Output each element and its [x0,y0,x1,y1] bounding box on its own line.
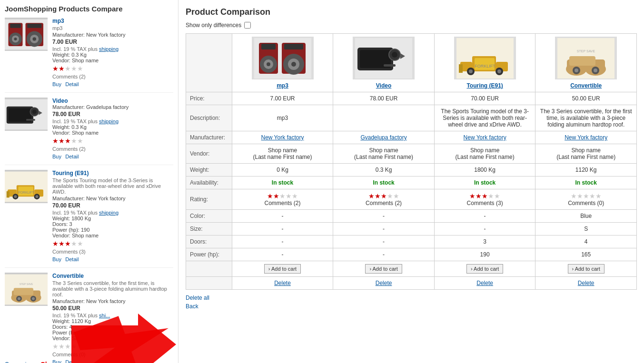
product-desc: mp3 [52,25,173,31]
cell-mp3: ★★★★★Comments (2) [232,189,333,210]
product-tax: Incl. 19 % TAX plus shi... [52,313,173,318]
svg-point-49 [291,62,296,67]
product-image [5,18,48,51]
delete-link[interactable]: Delete [476,280,493,286]
cell-video: 78.00 EUR [333,92,435,105]
add-to-cart-button[interactable]: › Add to cart [568,264,604,274]
cell-convertible: Delete [535,277,637,290]
table-row: Manufacturer:New York factoryGvadelupa f… [186,131,637,144]
shipping-link[interactable]: shipping [99,46,119,52]
detail-link[interactable]: Detail [65,154,79,159]
product-name-link[interactable]: Convertible [52,273,84,279]
product-mfr: Manufacturer: Gvadelupa factory [52,104,173,110]
star-rating: ★★★★★ [52,65,173,72]
cell-mp3: In stock [232,177,333,189]
product-actions: Buy De... [52,359,173,363]
delete-link[interactable]: Delete [578,280,594,286]
cell-video: - [333,248,435,261]
product-desc: The Sports Touring model of the 3-Series… [52,177,173,195]
product-link-convertible[interactable]: Convertible [570,82,602,89]
show-diff-checkbox[interactable] [244,22,251,29]
product-vendor: Vendor: Sh... [52,335,173,341]
table-row: Description:mp3The Sports Touring model … [186,105,637,131]
product-image [5,98,48,131]
product-extra: Doors: 3 [52,221,173,227]
product-header-touring: FORKLIFT Touring (E91) [434,34,535,92]
cell-convertible: 1120 Kg [535,164,637,177]
svg-point-45 [267,62,270,66]
mfr-link[interactable]: Gvadelupa factory [360,134,406,141]
product-mfr: Manufacturer: New York factory [52,196,173,201]
cell-mp3: › Add to cart [232,261,333,277]
cell-video: 0.3 Kg [333,164,435,177]
svg-point-15 [32,109,37,114]
svg-rect-10 [27,23,41,28]
product-link-video[interactable]: Video [376,82,391,89]
product-price: 78.00 EUR [52,111,173,118]
product-thumb-touring: FORKLIFT [454,37,516,79]
detail-link[interactable]: Detail [65,256,79,262]
cell-mp3: New York factory [232,131,333,144]
comparison-link[interactable]: Comparison [5,361,36,363]
cell-video: ★★★★★Comments (2) [333,189,435,210]
add-to-cart-button[interactable]: › Add to cart [264,264,301,274]
cell-touring: The Sports Touring model of the 3-Series… [434,105,535,131]
availability-status: In stock [474,179,495,186]
back-link[interactable]: Back [186,303,637,310]
table-row: Weight:0 Kg0.3 Kg1800 Kg1120 Kg [186,164,637,177]
buy-link[interactable]: Buy [52,256,61,262]
product-thumb-video [353,37,415,79]
product-price: 50.00 EUR [52,305,173,312]
cell-convertible: ★★★★★Comments (0) [535,189,637,210]
svg-point-78 [594,69,597,72]
table-row: Color:---Blue [186,210,637,223]
svg-rect-74 [569,56,595,66]
shipping-link[interactable]: shi... [99,313,110,318]
buy-link[interactable]: Buy [52,154,61,159]
cell-touring: Shop name(Last name First name) [434,144,535,164]
clear-link[interactable]: Clear [40,361,57,363]
delete-link[interactable]: Delete [274,280,291,286]
cell-mp3: Delete [232,277,333,290]
mfr-link[interactable]: New York factory [464,134,506,141]
table-row: DeleteDeleteDeleteDelete [186,277,637,290]
mfr-link[interactable]: New York factory [565,134,607,141]
add-to-cart-button[interactable]: › Add to cart [466,264,503,274]
product-actions: Buy Detail [52,81,173,88]
product-name-link[interactable]: Video [52,98,68,104]
delete-all-link[interactable]: Delete all [186,294,637,301]
table-row: Availability:In stockIn stockIn stockIn … [186,177,637,189]
product-vendor: Vendor: Shop name [52,233,173,238]
detail-link[interactable]: De... [65,359,76,363]
product-info: Video Manufacturer: Gvadelupa factory 78… [52,98,173,160]
cell-convertible: The 3 Series convertible, for the first … [535,105,637,131]
cell-touring: Delete [434,277,535,290]
cell-convertible: 50.00 EUR [535,92,637,105]
product-mfr: Manufacturer: New York factory [52,298,173,304]
mfr-link[interactable]: New York factory [261,134,304,141]
product-name-link[interactable]: Touring (E91) [52,170,89,177]
product-link-touring[interactable]: Touring (E91) [466,82,503,89]
table-row: › Add to cart› Add to cart› Add to cart›… [186,261,637,277]
svg-rect-58 [384,64,396,67]
shipping-link[interactable]: shipping [99,118,119,124]
star-rating: ★★★★★ [52,343,173,350]
cell-convertible: 4 [535,235,637,248]
add-to-cart-button[interactable]: › Add to cart [365,264,402,274]
delete-link[interactable]: Delete [376,280,392,286]
svg-text:STEP SAVE: STEP SAVE [20,283,33,285]
shipping-link[interactable]: shipping [99,210,119,216]
product-tax: Incl. 19 % TAX plus shipping [52,118,173,124]
product-weight: Weight: 1800 Kg [52,216,173,221]
product-vendor: Vendor: Shop name [52,58,173,63]
svg-point-56 [392,52,397,58]
product-actions: Buy Detail [52,153,173,160]
product-extra: Doors: 4 [52,324,173,330]
star-rating: ★★★★★ [52,137,173,145]
buy-link[interactable]: Buy [52,81,61,87]
product-name-link[interactable]: mp3 [52,18,64,24]
cell-convertible: Blue [535,210,637,223]
detail-link[interactable]: Detail [65,81,79,87]
product-link-mp3[interactable]: mp3 [277,82,288,89]
product-header-convertible: STEP SAVE Convertible [535,34,637,92]
